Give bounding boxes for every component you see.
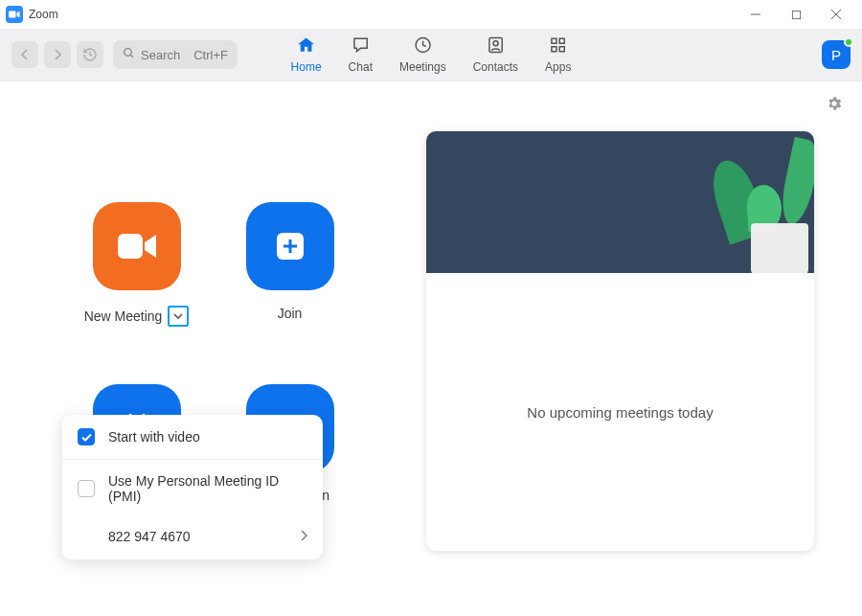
pmi-number: 822 947 4670: [108, 529, 191, 544]
use-pmi-label: Use My Personal Meeting ID (PMI): [108, 473, 307, 504]
close-button[interactable]: [816, 0, 856, 29]
search-shortcut: Ctrl+F: [193, 48, 228, 62]
search-input[interactable]: Search Ctrl+F: [113, 40, 238, 69]
tab-chat[interactable]: Chat: [349, 35, 373, 74]
info-panel: No upcoming meetings today: [426, 81, 862, 616]
status-online-icon: [844, 37, 853, 47]
video-icon: [116, 230, 158, 262]
new-meeting-action: New Meeting: [84, 202, 190, 327]
tab-meetings[interactable]: Meetings: [399, 35, 446, 74]
no-meetings-text: No upcoming meetings today: [527, 404, 713, 421]
minimize-button[interactable]: [736, 0, 776, 29]
tab-contacts[interactable]: Contacts: [473, 35, 518, 74]
main-area: New Meeting Join Schedule: [0, 81, 862, 616]
new-meeting-button[interactable]: [93, 202, 181, 290]
chevron-down-icon: [173, 312, 183, 320]
maximize-button[interactable]: [776, 0, 816, 29]
tab-home[interactable]: Home: [291, 35, 322, 74]
start-with-video-option[interactable]: Start with video: [62, 415, 323, 460]
history-button[interactable]: [77, 41, 103, 68]
join-label: Join: [278, 306, 303, 321]
back-button[interactable]: [11, 41, 38, 68]
chevron-right-icon: [300, 529, 307, 544]
apps-icon: [549, 35, 568, 58]
chat-icon: [351, 35, 370, 58]
svg-point-5: [125, 49, 132, 57]
use-pmi-option[interactable]: Use My Personal Meeting ID (PMI): [62, 460, 323, 517]
profile-initial: P: [831, 47, 841, 63]
new-meeting-label: New Meeting: [84, 308, 163, 324]
svg-rect-2: [792, 11, 800, 18]
start-with-video-label: Start with video: [108, 429, 200, 445]
plus-icon: [271, 227, 309, 265]
svg-line-6: [130, 55, 133, 57]
title-bar: Zoom: [0, 0, 862, 29]
zoom-logo-icon: [6, 6, 23, 23]
top-bar: Search Ctrl+F Home Chat Meetings Contact…: [0, 29, 862, 81]
pmi-row[interactable]: 822 947 4670: [62, 517, 323, 559]
actions-panel: New Meeting Join Schedule: [0, 81, 426, 616]
join-button[interactable]: [246, 202, 334, 290]
contacts-icon: [486, 35, 505, 58]
forward-button[interactable]: [44, 41, 71, 68]
new-meeting-dropdown-toggle[interactable]: [168, 306, 189, 327]
checkbox-unchecked-icon: [78, 480, 95, 497]
new-meeting-dropdown: Start with video Use My Personal Meeting…: [62, 415, 323, 559]
profile-avatar[interactable]: P: [822, 40, 851, 69]
settings-button[interactable]: [826, 95, 843, 116]
search-icon: [123, 46, 135, 63]
home-icon: [296, 35, 317, 58]
checkbox-checked-icon: [78, 428, 95, 445]
join-action: Join: [238, 202, 343, 327]
search-placeholder: Search: [141, 48, 180, 62]
meetings-card: No upcoming meetings today: [426, 131, 814, 551]
svg-point-9: [493, 41, 498, 46]
card-banner-image: [426, 131, 814, 273]
tab-apps[interactable]: Apps: [545, 35, 571, 74]
svg-rect-10: [118, 234, 143, 259]
clock-icon: [413, 35, 432, 58]
window-title: Zoom: [29, 8, 58, 21]
svg-rect-0: [9, 11, 16, 18]
